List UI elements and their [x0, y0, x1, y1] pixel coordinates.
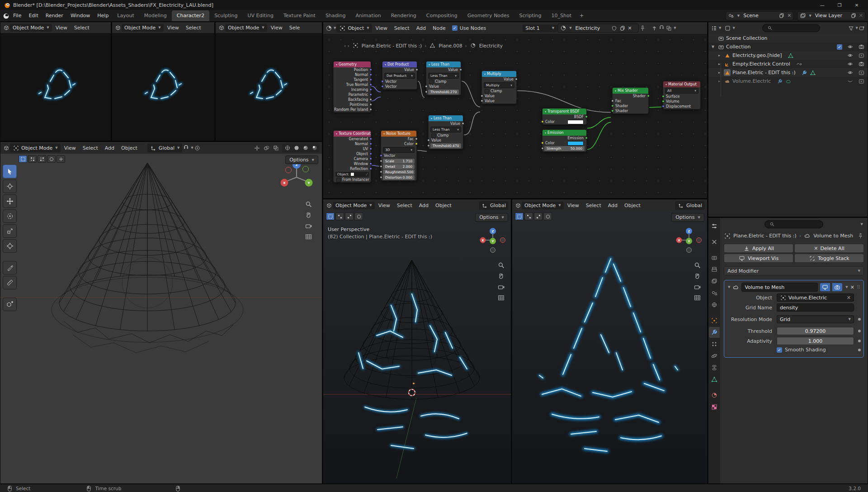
render-disabled-icon[interactable]	[858, 69, 865, 76]
orientation-dropdown[interactable]: Global	[479, 201, 509, 210]
blender-menu-icon[interactable]	[3, 12, 9, 19]
minimize-button[interactable]: —	[815, 0, 830, 9]
viewport-menu[interactable]: Add	[102, 144, 118, 152]
render-disabled-icon[interactable]	[858, 52, 865, 59]
eye-icon[interactable]	[847, 43, 854, 50]
camera-view-icon[interactable]	[498, 284, 505, 290]
toggle-button[interactable]	[57, 155, 65, 163]
pan-hand-icon[interactable]	[305, 212, 312, 218]
unlink-material-icon[interactable]: ✕	[628, 25, 632, 31]
mode-dropdown[interactable]: Object Mode▼	[10, 144, 61, 152]
options-dropdown[interactable]: Options▼	[475, 213, 508, 222]
axis-gizmo[interactable]: Z X Y	[278, 158, 316, 198]
camera-view-icon[interactable]	[694, 284, 701, 290]
editor-type-shader-icon[interactable]	[326, 25, 332, 32]
resolution-mode-dropdown[interactable]: Grid▼	[777, 315, 854, 323]
viewport-canvas[interactable]: Options▼ Z X	[512, 211, 707, 483]
modifier-extras-chevron[interactable]: ▼	[845, 285, 848, 289]
xray-icon[interactable]	[273, 145, 279, 151]
toggle-button[interactable]	[524, 213, 533, 220]
editor-type-3dview-icon[interactable]	[3, 145, 9, 151]
tweak-select-toggle[interactable]	[515, 213, 524, 220]
options-dropdown[interactable]: Options▼	[671, 213, 704, 222]
viewport-canvas[interactable]: Options▼ User Perspective (82) Collectio…	[323, 211, 511, 483]
workspace-tab[interactable]: Layout	[112, 10, 139, 21]
tool-scale[interactable]	[3, 224, 17, 238]
show-viewport-toggle[interactable]	[820, 283, 830, 291]
apply-all-button[interactable]: Apply All	[724, 244, 793, 253]
modifier-object-field[interactable]: Volume.Electric ✕	[777, 293, 854, 302]
node-canvas[interactable]	[323, 34, 707, 198]
chevron-down-icon[interactable]: ▼	[861, 222, 863, 226]
smooth-shading-toggle[interactable]: ✓ Smooth Shading	[777, 347, 854, 353]
workspace-tab[interactable]: Character2	[172, 10, 209, 21]
outliner-row-object-hidden[interactable]: ▸ Volume.Electric	[708, 77, 868, 85]
shading-solid-icon[interactable]	[293, 145, 300, 151]
grid-name-input[interactable]: density	[777, 303, 854, 312]
zoom-icon[interactable]	[498, 262, 505, 269]
viewport-menu[interactable]: View	[375, 201, 393, 210]
viewport-canvas[interactable]	[112, 33, 214, 141]
outliner-row-object[interactable]: ▸ Empty.Electrick Control	[708, 60, 868, 68]
menubar-item[interactable]: Help	[94, 11, 112, 20]
tab-physics[interactable]	[709, 350, 720, 361]
workspace-tab[interactable]: Animation	[351, 10, 386, 21]
parent-node-tree-icon[interactable]	[651, 25, 658, 32]
outliner-search-input[interactable]	[762, 24, 820, 32]
viewport-menu[interactable]: Select	[71, 24, 93, 32]
snapping-icon[interactable]	[658, 25, 665, 32]
zoom-icon[interactable]	[305, 201, 312, 208]
viewport-menu[interactable]: Select	[80, 144, 101, 152]
tool-annotate[interactable]	[3, 261, 17, 274]
editor-type-3dview-icon[interactable]	[326, 202, 332, 209]
viewport-menu[interactable]: Add	[605, 201, 621, 210]
viewport-menu[interactable]: Select	[394, 201, 415, 210]
unlink-scene-icon[interactable]: ✕	[787, 13, 791, 19]
node-editor-menu[interactable]: Add	[413, 24, 429, 33]
orientation-dropdown[interactable]: Global▼	[147, 144, 182, 152]
modifier-name-input[interactable]: Volume to Mesh	[741, 283, 818, 292]
tab-material[interactable]	[709, 390, 720, 401]
workspace-tab[interactable]: Rendering	[386, 10, 421, 21]
tweak-select-toggle[interactable]	[19, 155, 27, 163]
orientation-dropdown[interactable]: Global	[675, 201, 705, 210]
outliner-row-scene-collection[interactable]: Scene Collection	[708, 34, 868, 43]
outliner-row-object-active[interactable]: ▸ Plane.Eletric - EDIT this :)	[708, 68, 868, 77]
tab-object[interactable]	[709, 315, 720, 326]
viewport-menu[interactable]: View	[52, 24, 71, 32]
proportional-editing-icon[interactable]	[194, 145, 201, 151]
shading-wireframe-icon[interactable]	[284, 145, 291, 151]
tab-object-data[interactable]	[709, 374, 720, 385]
tab-constraints[interactable]	[709, 362, 720, 373]
viewport-canvas[interactable]: Options▼	[0, 154, 322, 483]
threshold-slider[interactable]: 0.97200	[777, 327, 854, 335]
tab-texture[interactable]	[709, 402, 720, 412]
toggle-button[interactable]	[534, 213, 542, 220]
viewport-menu[interactable]: Object	[118, 144, 141, 152]
view-layer-selector[interactable]: ▼ View Layer ✕	[797, 11, 865, 20]
grid-icon[interactable]	[498, 294, 505, 301]
shader-type-dropdown[interactable]: Object▼	[336, 24, 372, 33]
editor-type-properties-icon[interactable]	[709, 221, 720, 232]
grid-icon[interactable]	[305, 233, 312, 240]
node-editor-menu[interactable]: Node	[429, 24, 449, 33]
toggle-button[interactable]	[47, 155, 56, 163]
axis-gizmo[interactable]: Z X Y	[675, 227, 703, 257]
tab-tool[interactable]	[709, 237, 720, 247]
properties-search-input[interactable]	[764, 220, 823, 228]
eye-icon[interactable]	[847, 52, 854, 59]
panel-expand-chevron[interactable]: ▼	[728, 285, 730, 289]
viewport-menu[interactable]: Select	[583, 201, 604, 210]
workspace-tab[interactable]: Texture Paint	[278, 10, 321, 21]
eye-closed-icon[interactable]	[847, 78, 854, 85]
pin-icon[interactable]	[857, 232, 864, 239]
shading-material-icon[interactable]	[302, 145, 309, 151]
tool-move[interactable]	[3, 194, 17, 208]
delete-all-button[interactable]: ✕ Delete All	[794, 244, 864, 253]
viewport-vis-button[interactable]: Viewport Vis	[724, 254, 793, 263]
viewport-menu[interactable]: View	[61, 144, 79, 152]
tab-scene[interactable]	[709, 288, 720, 298]
viewport-menu[interactable]: View	[564, 201, 582, 210]
animate-dot[interactable]	[858, 349, 861, 351]
tool-measure[interactable]	[3, 276, 17, 289]
